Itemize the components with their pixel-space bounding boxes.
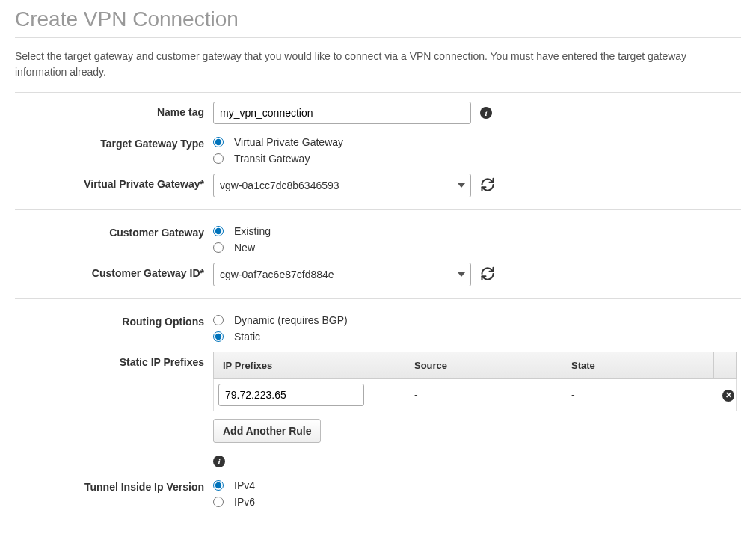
tunnel-ip-version-label: Tunnel Inside Ip Version <box>15 476 213 493</box>
divider <box>15 209 741 210</box>
add-another-rule-button[interactable]: Add Another Rule <box>213 419 321 443</box>
routing-options-label: Routing Options <box>15 311 213 328</box>
virtual-private-gateway-label: Virtual Private Gateway* <box>15 174 213 190</box>
customer-gateway-label: Customer Gateway <box>15 222 213 239</box>
radio-virtual-private-gateway[interactable] <box>213 137 224 147</box>
col-source: Source <box>405 352 562 378</box>
radio-ipv4[interactable] <box>213 480 224 491</box>
col-ip-prefixes: IP Prefixes <box>214 352 405 378</box>
col-state: State <box>562 352 713 378</box>
remove-row-icon[interactable]: ✕ <box>722 390 734 402</box>
chevron-down-icon <box>458 183 465 188</box>
cell-state: - <box>562 383 713 407</box>
radio-ipv4-label: IPv4 <box>234 479 255 491</box>
radio-transit-gateway[interactable] <box>213 153 224 164</box>
vpg-selected-value: vgw-0a1cc7dc8b6346593 <box>213 174 471 197</box>
virtual-private-gateway-select[interactable]: vgw-0a1cc7dc8b6346593 <box>213 174 471 197</box>
customer-gateway-id-label: Customer Gateway ID* <box>15 263 213 279</box>
radio-new[interactable] <box>213 242 224 253</box>
radio-ipv6[interactable] <box>213 497 224 507</box>
radio-new-label: New <box>234 242 255 254</box>
radio-static[interactable] <box>213 331 224 342</box>
radio-static-label: Static <box>234 331 260 343</box>
radio-vpg-label: Virtual Private Gateway <box>234 136 343 148</box>
name-tag-label: Name tag <box>15 102 213 118</box>
radio-existing[interactable] <box>213 226 224 236</box>
cell-source: - <box>405 383 562 407</box>
info-icon[interactable]: i <box>480 107 492 119</box>
table-row: - - ✕ <box>213 379 737 411</box>
target-gateway-type-label: Target Gateway Type <box>15 133 213 150</box>
refresh-icon[interactable] <box>480 177 495 194</box>
refresh-icon[interactable] <box>480 266 495 283</box>
ip-prefix-input[interactable] <box>218 384 364 406</box>
radio-dynamic[interactable] <box>213 315 224 325</box>
static-ip-prefixes-label: Static IP Prefixes <box>15 352 213 368</box>
name-tag-input[interactable] <box>213 102 471 124</box>
page-description: Select the target gateway and customer g… <box>15 49 741 93</box>
col-actions <box>713 352 736 378</box>
chevron-down-icon <box>458 272 465 277</box>
radio-tgw-label: Transit Gateway <box>234 153 310 165</box>
radio-ipv6-label: IPv6 <box>234 496 255 508</box>
ip-prefixes-table-header: IP Prefixes Source State <box>213 352 737 379</box>
customer-gateway-id-select[interactable]: cgw-0af7ac6e87cfd884e <box>213 263 471 286</box>
cgw-id-selected-value: cgw-0af7ac6e87cfd884e <box>213 263 471 286</box>
radio-dynamic-label: Dynamic (requires BGP) <box>234 314 348 326</box>
divider <box>15 298 741 299</box>
info-icon[interactable]: i <box>213 456 225 467</box>
radio-existing-label: Existing <box>234 225 271 237</box>
page-title: Create VPN Connection <box>15 7 741 38</box>
